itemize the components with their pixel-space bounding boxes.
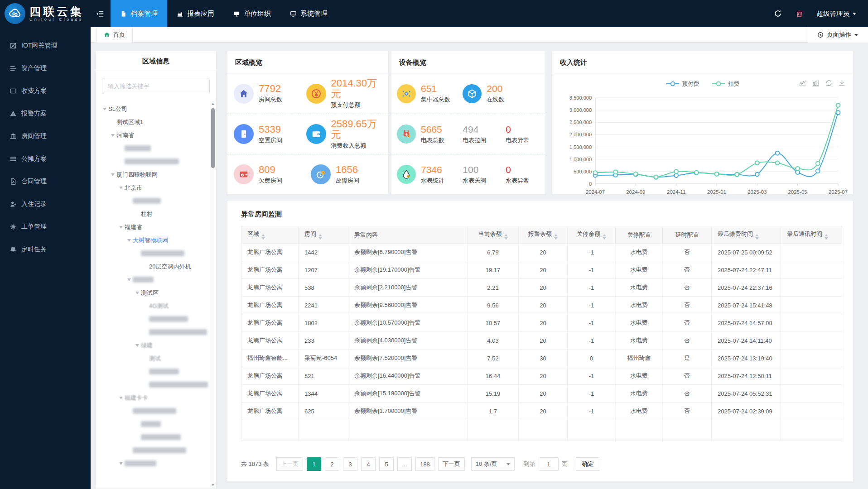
- page-actions-button[interactable]: 页面操作: [808, 27, 868, 43]
- page-button-5[interactable]: 5: [379, 457, 394, 471]
- tree-node[interactable]: [96, 365, 216, 378]
- column-header-报警余额[interactable]: 报警余额: [519, 226, 568, 244]
- trash-icon[interactable]: [796, 10, 803, 18]
- tree-node[interactable]: [96, 457, 216, 470]
- column-header-关停余额[interactable]: 关停余额: [568, 226, 616, 244]
- column-header-房间[interactable]: 房间: [299, 226, 348, 244]
- legend-item-预付费[interactable]: 预付费: [666, 80, 699, 88]
- caret-down-icon[interactable]: [117, 462, 125, 465]
- tree-node[interactable]: 测试: [96, 352, 216, 365]
- sidebar-item-share[interactable]: 公摊方案: [0, 148, 91, 170]
- column-header-区域[interactable]: 区域: [241, 226, 299, 244]
- scroll-up-icon[interactable]: ▲: [210, 101, 216, 106]
- tab-home[interactable]: 首页: [96, 27, 133, 43]
- column-header-最后通讯时间[interactable]: 最后通讯时间: [781, 226, 842, 244]
- sidebar-item-gateway[interactable]: IOT网关管理: [0, 34, 91, 57]
- sort-icon[interactable]: [755, 234, 759, 240]
- column-header-当前余额[interactable]: 当前余额: [468, 226, 519, 244]
- page-button-...[interactable]: ...: [397, 457, 412, 471]
- tree-node[interactable]: [96, 431, 216, 444]
- sort-icon[interactable]: [261, 234, 265, 240]
- sort-icon[interactable]: [504, 234, 508, 240]
- home-stat-icon: [234, 84, 254, 104]
- tree-node[interactable]: [96, 312, 216, 326]
- sort-icon[interactable]: [603, 234, 606, 240]
- confirm-button[interactable]: 确定: [576, 457, 600, 471]
- tree-node[interactable]: [96, 417, 216, 431]
- caret-down-icon[interactable]: [117, 397, 125, 399]
- sidebar-item-asset[interactable]: 资产管理: [0, 57, 91, 80]
- user-menu[interactable]: 超级管理员: [817, 10, 857, 18]
- sidebar-item-alarm[interactable]: 报警方案: [0, 102, 91, 125]
- tree-node[interactable]: 测试区域1: [96, 115, 216, 129]
- sidebar-item-room[interactable]: 房间管理: [0, 125, 91, 148]
- tree-search-input[interactable]: [102, 78, 210, 94]
- sort-icon[interactable]: [554, 234, 558, 240]
- tree-node[interactable]: 福建省: [96, 221, 216, 234]
- refresh-icon[interactable]: [774, 10, 782, 18]
- nav-menu-item[interactable]: 报表应用: [167, 0, 224, 27]
- page-button-188[interactable]: 188: [415, 457, 434, 471]
- goto-page-input[interactable]: [539, 457, 559, 471]
- tree-node[interactable]: [96, 404, 216, 417]
- tree-node[interactable]: 大树智物联网: [96, 234, 216, 247]
- column-header-最后缴费时间[interactable]: 最后缴费时间: [712, 226, 781, 244]
- caret-down-icon[interactable]: [125, 278, 133, 281]
- scrollbar-thumb[interactable]: [211, 108, 215, 168]
- legend-marker-icon: [666, 81, 680, 86]
- sidebar-item-workorder[interactable]: 工单管理: [0, 216, 91, 238]
- caret-down-icon[interactable]: [117, 187, 125, 189]
- tree-node[interactable]: [96, 378, 216, 391]
- download-tool-icon[interactable]: [838, 79, 846, 87]
- scroll-down-icon[interactable]: ▼: [210, 482, 216, 488]
- next-page-button[interactable]: 下一页: [438, 457, 465, 471]
- legend-item-扣费[interactable]: 扣费: [712, 80, 739, 88]
- tree-node[interactable]: 绿建: [96, 339, 216, 352]
- sidebar-item-fee[interactable]: 收费方案: [0, 80, 91, 102]
- line-tool-icon[interactable]: [799, 79, 806, 87]
- tree-node[interactable]: [96, 444, 216, 457]
- tree-node[interactable]: [96, 142, 216, 155]
- table-cell-empty: [519, 420, 568, 441]
- tree-node[interactable]: 厦门四联物联网: [96, 168, 216, 181]
- caret-down-icon[interactable]: [117, 226, 125, 229]
- page-button-1[interactable]: 1: [307, 457, 321, 471]
- tree-node[interactable]: 河南省: [96, 129, 216, 142]
- caret-down-icon[interactable]: [101, 108, 108, 110]
- tree-node[interactable]: [96, 326, 216, 339]
- nav-menu-item[interactable]: 档案管理: [111, 0, 167, 27]
- page-button-4[interactable]: 4: [361, 457, 376, 471]
- table-cell: -1: [568, 244, 616, 261]
- tree-node[interactable]: 北京市: [96, 181, 216, 194]
- sidebar-collapse-icon[interactable]: [96, 10, 104, 18]
- caret-down-icon[interactable]: [109, 173, 116, 176]
- sidebar-item-contract[interactable]: 合同管理: [0, 170, 91, 193]
- tree-node[interactable]: 福建卡卡: [96, 391, 216, 404]
- prev-page-button[interactable]: 上一页: [276, 457, 303, 471]
- caret-down-icon[interactable]: [134, 292, 141, 294]
- sidebar-item-task[interactable]: 定时任务: [0, 238, 91, 261]
- tree-node[interactable]: 测试区: [96, 286, 216, 299]
- sort-icon[interactable]: [318, 234, 322, 240]
- page-size-select[interactable]: 10 条/页: [471, 457, 515, 471]
- tree-node[interactable]: [96, 273, 216, 286]
- page-button-3[interactable]: 3: [343, 457, 357, 471]
- caret-down-icon[interactable]: [109, 134, 116, 137]
- sidebar-item-checkin[interactable]: 入住记录: [0, 193, 91, 216]
- tree-node[interactable]: 4G测试: [96, 299, 216, 312]
- tree-node[interactable]: [96, 155, 216, 168]
- caret-down-icon[interactable]: [125, 239, 133, 242]
- caret-down-icon[interactable]: [134, 344, 141, 347]
- reload-tool-icon[interactable]: [825, 79, 833, 87]
- page-button-2[interactable]: 2: [325, 457, 339, 471]
- nav-menu-item[interactable]: 单位组织: [224, 0, 280, 27]
- tree-node[interactable]: 20层空调内外机: [96, 260, 216, 273]
- tree-node[interactable]: [96, 247, 216, 260]
- sort-icon[interactable]: [825, 234, 828, 240]
- nav-menu-item[interactable]: 系统管理: [280, 0, 337, 27]
- tree-scrollbar[interactable]: ▲ ▼: [210, 101, 216, 488]
- tree-node[interactable]: 桂村: [96, 207, 216, 221]
- bar-tool-icon[interactable]: [812, 79, 820, 87]
- tree-node[interactable]: SL公司: [96, 102, 216, 115]
- tree-node[interactable]: [96, 194, 216, 207]
